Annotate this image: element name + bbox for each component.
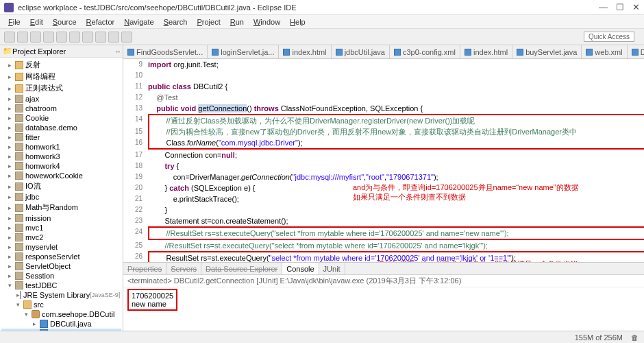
tree-item[interactable]: ▾testJDBC bbox=[1, 281, 121, 290]
close-button[interactable]: ✕ bbox=[632, 2, 640, 12]
menu-help[interactable]: Help bbox=[286, 16, 310, 27]
code-line[interactable]: 13 public void getConnection() throws Cl… bbox=[123, 103, 644, 114]
bottom-tab[interactable]: Servers bbox=[166, 263, 201, 274]
bottom-tab[interactable]: JUnit bbox=[319, 263, 345, 274]
menu-search[interactable]: Search bbox=[160, 16, 192, 27]
code-line[interactable]: 26 ResultSet rs=st.executeQuery("select … bbox=[123, 251, 644, 262]
editor-tabs: FindGoodsServlet...loginServlet.ja...ind… bbox=[123, 45, 644, 59]
gc-icon[interactable]: 🗑 bbox=[631, 333, 639, 342]
tree-item[interactable]: ▸jdbc bbox=[1, 192, 121, 202]
save-icon[interactable] bbox=[17, 32, 28, 43]
menu-run[interactable]: Run bbox=[226, 16, 248, 27]
editor-tab[interactable]: web.xml bbox=[582, 45, 627, 58]
tree-item[interactable]: ▸IO流 bbox=[1, 180, 121, 192]
tree-item[interactable]: ▸myservlet bbox=[1, 242, 121, 252]
folder-icon: 📁 bbox=[3, 47, 12, 56]
tree-item[interactable]: ▸responseServlet bbox=[1, 252, 121, 261]
tree-item[interactable]: ▸homwork4 bbox=[1, 161, 121, 171]
editor-tab[interactable]: c3p0-config.xml bbox=[390, 45, 460, 58]
run-icon[interactable] bbox=[56, 32, 67, 43]
console-output[interactable]: 1706200025 new name bbox=[123, 287, 644, 331]
editor-tab[interactable]: DBCutil.java bbox=[628, 45, 644, 58]
tree-item[interactable]: ▸ajax bbox=[1, 94, 121, 104]
maximize-button[interactable]: ☐ bbox=[616, 2, 624, 12]
tree-item[interactable]: ▸ServletObject bbox=[1, 261, 121, 271]
console-line: new name bbox=[132, 300, 173, 308]
code-line[interactable]: 10 bbox=[123, 70, 644, 81]
tree-item[interactable]: ▸mvc1 bbox=[1, 223, 121, 233]
editor-tab[interactable]: index.html bbox=[279, 45, 331, 58]
editor-tab[interactable]: loginServlet.ja... bbox=[208, 45, 279, 58]
menubar: FileEditSourceRefactorNavigateSearchProj… bbox=[0, 15, 644, 29]
code-line[interactable]: 14 //通过反射Class类加载驱动，为什么不使用DriverManager.… bbox=[123, 114, 644, 126]
menu-edit[interactable]: Edit bbox=[26, 16, 47, 27]
tree-item[interactable]: ▾com.seehope.DBCutil bbox=[1, 309, 121, 319]
build-icon[interactable] bbox=[69, 32, 80, 43]
tree-item[interactable]: ▸Sesstion bbox=[1, 271, 121, 281]
code-line[interactable]: 22 } bbox=[123, 204, 644, 215]
code-line[interactable]: 17 Connection con=null; bbox=[123, 150, 644, 161]
code-line[interactable]: 23 Statement st=con.createStatement(); bbox=[123, 215, 644, 226]
minimize-button[interactable]: — bbox=[599, 2, 608, 12]
tree-item[interactable]: ▸homwork3 bbox=[1, 152, 121, 161]
tree-item[interactable]: ▸反射 bbox=[1, 59, 121, 71]
editor-tab[interactable]: FindGoodsServlet... bbox=[123, 45, 208, 58]
save-all-icon[interactable] bbox=[30, 32, 41, 43]
code-line[interactable]: 18 try { bbox=[123, 161, 644, 172]
code-line[interactable]: 25 //ResultSet rs=st.executeQuery("selec… bbox=[123, 240, 644, 251]
code-line[interactable]: 24 //ResultSet rs=st.executeQuery("selec… bbox=[123, 226, 644, 240]
debug-icon[interactable] bbox=[43, 32, 54, 43]
search-icon[interactable] bbox=[95, 32, 106, 43]
code-line[interactable]: 9import org.junit.Test; bbox=[123, 59, 644, 70]
code-line[interactable]: 19 con=DriverManager.getConnection("jdbc… bbox=[123, 172, 644, 182]
tree-item[interactable]: ▸正则表达式 bbox=[1, 82, 121, 94]
menu-file[interactable]: File bbox=[4, 16, 25, 27]
heap-status: 155M of 256M bbox=[575, 333, 623, 342]
menu-project[interactable]: Project bbox=[193, 16, 225, 27]
back-icon[interactable] bbox=[108, 32, 119, 43]
tree-item[interactable]: ▸howeworkCookie bbox=[1, 171, 121, 180]
code-line[interactable]: 20 } catch (SQLException e) { bbox=[123, 182, 644, 193]
console-header: <terminated> DBCutil2.getConnection [JUn… bbox=[127, 276, 461, 286]
tree-item[interactable]: ▾src bbox=[1, 300, 121, 309]
code-editor[interactable]: and为与条件，即查询id=1706200025并且name=“new name… bbox=[123, 59, 644, 262]
editor-tab[interactable]: index.html bbox=[460, 45, 512, 58]
tree-item[interactable]: ▸mission bbox=[1, 213, 121, 223]
new-icon[interactable] bbox=[4, 32, 15, 43]
editor-tab[interactable]: buyServlet.java bbox=[512, 45, 582, 58]
tree-item[interactable]: ▸JRE System Library [JavaSE-9] bbox=[1, 290, 121, 300]
tree-item[interactable]: ▸Math与Random bbox=[1, 202, 121, 213]
project-tree[interactable]: ▸反射▸网络编程▸正则表达式▸ajax▸chatroom▸Cookie▸data… bbox=[0, 58, 123, 331]
menu-source[interactable]: Source bbox=[49, 16, 81, 27]
tree-item[interactable]: ▸fitter bbox=[1, 132, 121, 142]
console-line: 1706200025 bbox=[132, 292, 173, 300]
statusbar: 155M of 256M 🗑 bbox=[0, 331, 644, 343]
tree-item[interactable]: ▸Cookie bbox=[1, 113, 121, 123]
code-line[interactable]: 21 e.printStackTrace(); bbox=[123, 193, 644, 204]
tree-item[interactable]: ▸database.demo bbox=[1, 123, 121, 132]
tree-item[interactable]: ▸chatroom bbox=[1, 104, 121, 113]
eclipse-icon bbox=[4, 3, 14, 12]
bottom-tab[interactable]: Console bbox=[282, 263, 319, 274]
bottom-tab[interactable]: Properties bbox=[123, 263, 166, 274]
collapse-all-icon[interactable]: ▫▫ bbox=[116, 48, 120, 55]
code-line[interactable]: 16 Class.forName("com.mysql.jdbc.Driver"… bbox=[123, 137, 644, 150]
toolbar: Quick Access bbox=[0, 29, 644, 45]
bottom-tabs: PropertiesServersData Source ExplorerCon… bbox=[123, 263, 644, 275]
tree-item[interactable]: ▸homwork1 bbox=[1, 142, 121, 152]
editor-tab[interactable]: jdbcUtil.java bbox=[332, 45, 390, 58]
menu-refactor[interactable]: Refactor bbox=[82, 16, 119, 27]
open-type-icon[interactable] bbox=[82, 32, 93, 43]
menu-navigate[interactable]: Navigate bbox=[120, 16, 158, 27]
bottom-tab[interactable]: Data Source Explorer bbox=[201, 263, 282, 274]
quick-access[interactable]: Quick Access bbox=[584, 32, 634, 42]
code-line[interactable]: 12 @Test bbox=[123, 92, 644, 103]
code-line[interactable]: 11public class DBCutil2 { bbox=[123, 81, 644, 92]
forward-icon[interactable] bbox=[121, 32, 132, 43]
window-title: eclipse workplace - testJDBC/src/com/see… bbox=[18, 3, 599, 12]
tree-item[interactable]: ▸网络编程 bbox=[1, 71, 121, 82]
tree-item[interactable]: ▸mvc2 bbox=[1, 233, 121, 242]
menu-window[interactable]: Window bbox=[249, 16, 284, 27]
code-line[interactable]: 15 //因为耦合性较高，直接new了驱动包的Driver类，而用反射不用new… bbox=[123, 126, 644, 137]
tree-item[interactable]: ▸DBCutil.java bbox=[1, 319, 121, 329]
